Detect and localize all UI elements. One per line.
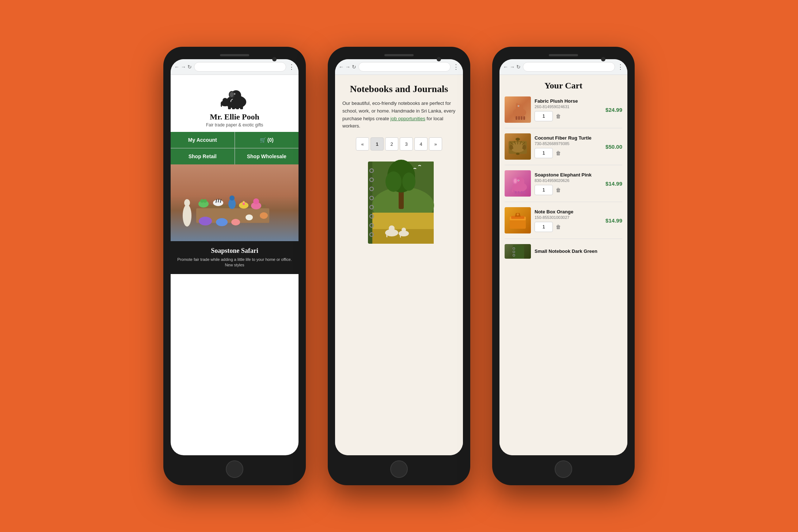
my-account-btn[interactable]: My Account (171, 132, 235, 148)
cart-item-4-image (505, 244, 531, 259)
cart-btn[interactable]: 🛒 (0) (235, 132, 299, 148)
phone2-inner: Notebooks and Journals Our beautiful, ec… (335, 75, 463, 455)
caption-title: Soapstone Safari (176, 247, 293, 255)
svg-point-25 (253, 198, 259, 204)
cart-item-3-delete-icon[interactable]: 🗑 (556, 224, 561, 230)
cart-item-1-qty[interactable]: 1 (535, 148, 553, 158)
svg-rect-77 (524, 191, 525, 194)
refresh-icon[interactable]: ↻ (187, 64, 192, 70)
notebook-image-wrap (342, 158, 456, 249)
cart-item-1-image (505, 133, 531, 160)
brand-tagline: Fair trade paper & exotic gifts (206, 122, 263, 128)
cart-item-0: Fabric Plush Horse 260-814959024631 1 🗑 … (505, 96, 622, 128)
cart-item-0-delete-icon[interactable]: 🗑 (556, 113, 561, 119)
phone1-content: Mr. Ellie Pooh Fair trade paper & exotic… (171, 75, 299, 455)
page-3-btn[interactable]: 3 (400, 137, 413, 151)
svg-point-21 (229, 195, 235, 201)
phone-camera (272, 57, 277, 61)
hero-caption: Soapstone Safari Promote fair trade whil… (171, 241, 299, 274)
cart-item-2-image (505, 170, 531, 197)
cart-item-2-qty[interactable]: 1 (535, 185, 553, 195)
forward-icon-2[interactable]: → (345, 64, 350, 70)
svg-rect-57 (516, 116, 517, 120)
svg-point-44 (389, 225, 395, 231)
url-bar-2[interactable] (358, 62, 451, 72)
back-icon-3[interactable]: ← (503, 64, 508, 70)
cart-item-0-qty[interactable]: 1 (535, 111, 553, 121)
cart-item-4-details: Small Notebook Dark Green (535, 248, 622, 255)
browser-bar-2: ← → ↻ ⋮ (335, 59, 463, 75)
phone-3: ← → ↻ ⋮ Your Cart Fabric Plush Horse 260… (492, 47, 635, 485)
pagination: « 1 2 3 4 » (342, 137, 456, 151)
shop-retail-btn[interactable]: Shop Retail (171, 148, 235, 164)
svg-point-28 (231, 219, 240, 225)
cart-item-1-price: $50.00 (602, 144, 622, 150)
hero-image (171, 164, 299, 241)
svg-rect-58 (518, 116, 520, 120)
animals-svg (171, 164, 299, 241)
phone-3-screen: ← → ↻ ⋮ Your Cart Fabric Plush Horse 260… (499, 59, 627, 455)
svg-point-69 (516, 153, 520, 155)
cart-item-3: Note Box Orange 150-855301003027 1 🗑 $14… (505, 207, 622, 239)
phone-2-speaker (384, 54, 414, 56)
shop-wholesale-btn[interactable]: Shop Wholesale (235, 148, 299, 164)
page-next-btn[interactable]: » (429, 137, 442, 151)
cart-item-3-qty[interactable]: 1 (535, 222, 553, 232)
cart-item-1-name: Coconut Fiber Rug Turtle (535, 135, 598, 141)
phone-1: ← → ↻ ⋮ (163, 47, 306, 485)
cart-item-2-delete-icon[interactable]: 🗑 (556, 187, 561, 193)
forward-icon-3[interactable]: → (510, 64, 515, 70)
svg-point-26 (199, 217, 212, 225)
svg-point-67 (522, 145, 526, 150)
browser-menu-icon-2[interactable]: ⋮ (453, 63, 459, 71)
forward-icon[interactable]: → (181, 64, 186, 70)
page-1-btn[interactable]: 1 (370, 137, 384, 151)
browser-menu-icon-3[interactable]: ⋮ (617, 63, 624, 71)
svg-point-14 (183, 205, 191, 227)
page-prev-btn[interactable]: « (356, 137, 369, 151)
svg-point-83 (517, 213, 519, 216)
cart-item-0-image (505, 96, 531, 123)
browser-nav-1: ← → ↻ (174, 64, 192, 70)
notebook-svg (361, 158, 437, 249)
cart-item-3-controls: 1 🗑 (535, 222, 598, 232)
cart-item-2: Soapstone Elephant Pink 830-814959020626… (505, 170, 622, 202)
home-button-2[interactable] (390, 460, 408, 478)
svg-rect-84 (513, 245, 524, 259)
url-bar-1[interactable] (194, 62, 286, 72)
svg-point-41 (385, 171, 402, 192)
svg-rect-59 (521, 116, 522, 120)
phone-2-screen: ← → ↻ ⋮ Notebooks and Journals Our beaut… (335, 59, 463, 455)
notebooks-description: Our beautiful, eco-friendly notebooks ar… (342, 100, 456, 130)
svg-rect-7 (232, 106, 235, 109)
back-icon[interactable]: ← (174, 64, 179, 70)
phone-2: ← → ↻ ⋮ Notebooks and Journals Our beaut… (328, 47, 470, 485)
svg-point-42 (402, 172, 415, 191)
cart-item-2-details: Soapstone Elephant Pink 830-814959020626… (535, 172, 598, 195)
svg-point-3 (230, 92, 233, 97)
refresh-icon-3[interactable]: ↻ (516, 64, 521, 70)
svg-point-73 (514, 179, 517, 183)
page-4-btn[interactable]: 4 (414, 137, 428, 151)
cart-item-4-name: Small Notebook Dark Green (535, 248, 622, 254)
svg-point-79 (518, 180, 519, 181)
home-button-3[interactable] (555, 460, 572, 478)
refresh-icon-2[interactable]: ↻ (352, 64, 356, 70)
phone-3-camera (601, 57, 605, 61)
cart-item-1-delete-icon[interactable]: 🗑 (556, 150, 561, 156)
browser-menu-icon-1[interactable]: ⋮ (288, 63, 295, 71)
page-2-btn[interactable]: 2 (385, 137, 398, 151)
svg-point-11 (223, 98, 228, 103)
cart-item-1-details: Coconut Fiber Rug Turtle 730-85266897938… (535, 135, 598, 158)
svg-point-63 (518, 106, 519, 106)
cart-item-0-name: Fabric Plush Horse (535, 98, 598, 104)
svg-point-30 (260, 212, 268, 219)
job-opportunities-link[interactable]: job opportunities (391, 116, 425, 121)
back-icon-2[interactable]: ← (339, 64, 344, 70)
home-button-1[interactable] (226, 460, 243, 478)
cart-item-3-details: Note Box Orange 150-855301003027 1 🗑 (535, 209, 598, 232)
svg-point-29 (246, 214, 253, 220)
phone-3-speaker (549, 54, 578, 56)
url-bar-3[interactable] (523, 62, 615, 72)
svg-rect-60 (523, 116, 525, 120)
